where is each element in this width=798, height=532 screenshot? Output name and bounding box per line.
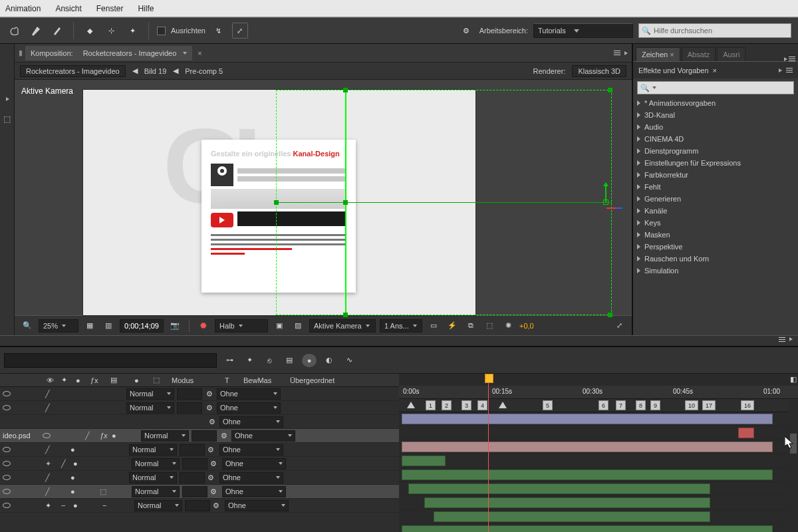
visibility-icon[interactable] — [3, 487, 11, 495]
chevron-left-icon[interactable]: ◀ — [173, 66, 178, 75]
tab-zeichen[interactable]: Zeichen × — [636, 47, 680, 61]
visibility-icon[interactable] — [43, 432, 51, 440]
visibility-icon[interactable] — [3, 473, 11, 481]
handle-center[interactable] — [343, 200, 348, 205]
effect-category[interactable]: Einstellungen für Expressions — [633, 157, 798, 169]
frame-blend-icon[interactable]: ▤ — [282, 354, 297, 367]
track-matte-dropdown[interactable] — [180, 472, 205, 483]
comp-marker[interactable]: 6 — [598, 400, 608, 410]
blend-mode-dropdown[interactable]: Normal — [132, 486, 180, 497]
parent-pickwhip-icon[interactable]: ⚙ — [213, 501, 222, 510]
timecode-display[interactable]: 0;00;14;09 — [120, 319, 164, 332]
blend-mode-dropdown[interactable]: Normal — [126, 402, 174, 414]
parent-dropdown[interactable]: Ohne — [219, 416, 283, 428]
comp-marker[interactable]: 17 — [702, 400, 716, 410]
effect-category[interactable]: Rauschen und Korn — [633, 253, 798, 265]
layer-bar[interactable] — [738, 428, 754, 438]
parent-pickwhip-icon[interactable]: ⚙ — [210, 487, 219, 496]
fast-preview-icon[interactable]: ⚡ — [445, 319, 460, 332]
resolution-dropdown[interactable]: Halb — [215, 319, 268, 332]
close-icon[interactable]: × — [670, 51, 674, 59]
effect-category[interactable]: Perspektive — [633, 241, 798, 253]
handle-br[interactable] — [608, 313, 612, 317]
comp-marker[interactable]: 7 — [616, 400, 626, 410]
layer-bar[interactable] — [402, 469, 773, 480]
parent-pickwhip-icon[interactable]: ⚙ — [207, 446, 217, 454]
layer-bar[interactable] — [402, 442, 773, 452]
chevron-left-icon[interactable]: ◀ — [132, 66, 138, 75]
parent-pickwhip-icon[interactable]: ⚙ — [205, 404, 214, 412]
panel-menu-icon[interactable] — [614, 51, 620, 55]
blend-mode-dropdown[interactable]: Normal — [129, 472, 177, 483]
world-axis-icon[interactable]: ⊹ — [103, 23, 119, 39]
blend-mode-dropdown[interactable]: Normal — [126, 388, 174, 400]
tab-absatz[interactable]: Absatz — [682, 47, 716, 61]
collapsed-panel-bar[interactable] — [0, 335, 798, 346]
handle-bottom[interactable] — [343, 313, 348, 317]
visibility-icon[interactable] — [3, 501, 11, 509]
maximize-icon[interactable]: ⤢ — [612, 319, 626, 332]
layer-bar[interactable] — [402, 414, 773, 424]
handle-top[interactable] — [343, 88, 348, 92]
comp-marker-bin-icon[interactable]: ◧ — [790, 375, 797, 384]
layer-row[interactable]: ✦−●− Normal ⚙ Ohne — [0, 499, 399, 513]
chevron-down-icon[interactable] — [652, 86, 656, 89]
effect-category[interactable]: * Animationsvorgaben — [633, 97, 798, 109]
panel-menu-icon[interactable] — [779, 337, 785, 344]
comp-marker[interactable]: 10 — [685, 400, 698, 410]
layer-row[interactable]: ╱●⬚ Normal ⚙ Ohne — [0, 485, 399, 499]
effect-category[interactable]: Dienstprogramm — [633, 145, 798, 157]
graph-editor-icon[interactable]: ∿ — [342, 354, 356, 367]
parent-pickwhip-icon[interactable]: ⚙ — [205, 390, 214, 398]
roi-icon[interactable]: ▣ — [272, 319, 287, 332]
comp-marker[interactable]: 2 — [442, 400, 452, 410]
comp-marker[interactable]: 8 — [636, 400, 646, 410]
brainstorm-icon[interactable]: ◐ — [322, 354, 336, 367]
marker-icon[interactable] — [407, 402, 415, 408]
parent-dropdown[interactable]: Ohne — [217, 402, 281, 414]
layer-row[interactable]: ╱ Normal ⚙ Ohne — [0, 387, 399, 401]
effect-category[interactable]: CINEMA 4D — [633, 133, 798, 145]
effects-list[interactable]: * Animationsvorgaben 3D-Kanal Audio CINE… — [633, 97, 798, 335]
timeline-icon[interactable]: ⧉ — [464, 319, 478, 332]
layer-row[interactable]: ⚙ Ohne — [0, 415, 399, 429]
timeline-tracks[interactable]: 0:00s 00:15s 00:30s 00:45s 01:00 1 2 3 4… — [399, 374, 798, 532]
layer-row[interactable]: ╱● Normal ⚙ Ohne — [0, 443, 399, 457]
draft3d-icon[interactable]: ✦ — [242, 354, 257, 367]
views-dropdown[interactable]: 1 Ans... — [380, 319, 422, 332]
track-matte-dropdown[interactable] — [177, 388, 202, 400]
parent-dropdown[interactable]: Ohne — [225, 500, 289, 511]
dock-flowchart-icon[interactable]: ⬚ — [3, 114, 11, 124]
brush-tool-icon[interactable] — [49, 23, 65, 39]
menu-fenster[interactable]: Fenster — [96, 4, 124, 13]
layer-row[interactable]: ╱ Normal ⚙ Ohne — [0, 401, 399, 415]
blend-mode-dropdown[interactable]: Normal — [134, 500, 182, 511]
comp-marker[interactable]: 16 — [741, 400, 754, 410]
ruler-icon[interactable]: ▦ — [82, 319, 97, 332]
parent-pickwhip-icon[interactable]: ⚙ — [210, 460, 219, 468]
layer-bar[interactable] — [408, 483, 710, 494]
track-matte-dropdown[interactable] — [185, 500, 210, 511]
effect-category[interactable]: Fehlt — [633, 181, 798, 193]
track-matte-dropdown[interactable] — [177, 402, 202, 414]
marker-icon[interactable] — [499, 402, 507, 408]
layer-row-selected[interactable]: ideo.psd ╱ ƒx ● Normal ⚙ Ohne — [0, 429, 399, 443]
camera-dropdown[interactable]: Aktive Kamera — [309, 319, 376, 332]
close-icon[interactable]: × — [713, 66, 717, 74]
tab-ausrichten[interactable]: Ausri — [717, 47, 745, 61]
parent-pickwhip-icon[interactable]: ⚙ — [219, 432, 229, 440]
breadcrumb-root[interactable]: Rocketcreators - Imagevideo — [20, 65, 126, 77]
help-search[interactable]: 🔍 Hilfe durchsuchen — [638, 23, 791, 38]
comp-marker[interactable]: 3 — [462, 400, 471, 410]
comp-marker[interactable]: 4 — [477, 400, 487, 410]
comp-mini-flowchart-icon[interactable]: ⊶ — [222, 354, 237, 367]
layer-bar[interactable] — [434, 511, 710, 522]
track-matte-dropdown[interactable] — [182, 458, 207, 469]
renderer-dropdown[interactable]: Klassisch 3D — [572, 65, 626, 77]
effect-category[interactable]: Generieren — [633, 193, 798, 205]
parent-dropdown[interactable]: Ohne — [219, 472, 283, 483]
track-matte-dropdown[interactable] — [192, 430, 217, 442]
layer-row[interactable]: ✦╱● Normal ⚙ Ohne — [0, 457, 399, 471]
playhead[interactable] — [488, 374, 489, 532]
magnify-icon[interactable]: 🔍 — [20, 319, 35, 332]
